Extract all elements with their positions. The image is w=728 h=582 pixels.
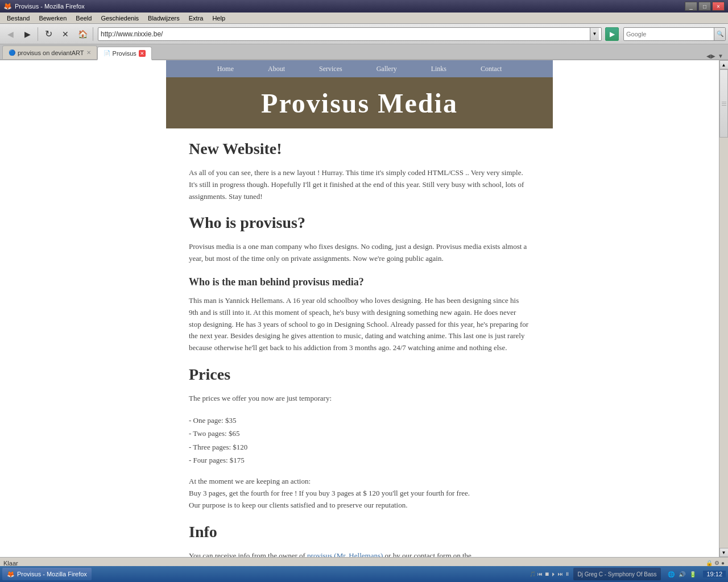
tab-close-icon: ✕ bbox=[86, 49, 91, 56]
who-provisus-body: Provisus media is a one man company who … bbox=[189, 241, 530, 265]
separator-1 bbox=[38, 27, 38, 41]
section-new-website: New Website! As all of you can see, ther… bbox=[189, 140, 530, 202]
scroll-up-button[interactable]: ▲ bbox=[719, 60, 729, 69]
tab-scroll-down[interactable]: ▼ bbox=[718, 53, 723, 59]
tabbar-right: ◀ ▶ ▼ bbox=[152, 53, 726, 59]
back-button[interactable]: ◀ bbox=[2, 26, 18, 42]
search-bar[interactable]: 🔍 bbox=[623, 27, 726, 41]
menubar: Bestand Bewerken Beeld Geschiedenis Blad… bbox=[0, 13, 728, 24]
address-bar[interactable]: ▼ bbox=[98, 27, 602, 41]
grip-line-2 bbox=[722, 103, 726, 104]
webpage: Home About Services Gallery Links Contac… bbox=[0, 60, 719, 557]
statusbar-right: 🔒 ⚙ ● bbox=[706, 560, 725, 566]
menu-bestand[interactable]: Bestand bbox=[2, 14, 34, 23]
vertical-scrollbar[interactable]: ▲ ▼ bbox=[719, 60, 728, 557]
nav-links[interactable]: Links bbox=[431, 65, 446, 73]
toolbar: ◀ ▶ ↻ ✕ 🏠 ▼ ▶ 🔍 bbox=[0, 24, 728, 44]
window-title: Provisus - Mozilla Firefox bbox=[15, 3, 85, 10]
scroll-down-button[interactable]: ▼ bbox=[719, 548, 729, 557]
separator-2 bbox=[93, 27, 93, 41]
nav-gallery[interactable]: Gallery bbox=[377, 65, 397, 73]
reload-button[interactable]: ↻ bbox=[40, 26, 56, 42]
taskbar: 🦊 Provisus - Mozilla Firefox 🎵 ⏮ ⏹ ⏵ ⏭ ⏸… bbox=[0, 566, 728, 568]
new-website-heading: New Website! bbox=[189, 140, 530, 158]
price-item-3: - Three pages: $120 bbox=[189, 440, 530, 454]
go-button[interactable]: ▶ bbox=[605, 27, 619, 41]
minimize-button[interactable]: _ bbox=[685, 2, 697, 11]
tab-icon: 📄 bbox=[104, 50, 110, 56]
man-behind-body: This man is Yannick Hellemans. A 16 year… bbox=[189, 295, 530, 354]
window-controls[interactable]: _ □ × bbox=[685, 2, 725, 11]
menu-help[interactable]: Help bbox=[208, 14, 230, 23]
tab-close-button[interactable]: ✕ bbox=[139, 50, 146, 57]
site-nav: Home About Services Gallery Links Contac… bbox=[166, 60, 553, 77]
prices-intro: The prices we offer you now are just tem… bbox=[189, 393, 530, 405]
stop-button[interactable]: ✕ bbox=[57, 26, 73, 42]
tab-icon: 🔵 bbox=[9, 49, 15, 56]
prices-list: - One page: $35 - Two pages: $65 - Three… bbox=[189, 414, 530, 467]
price-item-2: - Two pages: $65 bbox=[189, 427, 530, 440]
tab-deviantart[interactable]: 🔵 provisus on deviantART ✕ bbox=[2, 45, 97, 59]
firefox-icon: 🦊 bbox=[3, 2, 12, 10]
prices-heading: Prices bbox=[189, 365, 530, 384]
who-provisus-heading: Who is provisus? bbox=[189, 214, 530, 232]
site-header: Provisus Media bbox=[166, 77, 553, 128]
nav-contact[interactable]: Contact bbox=[481, 65, 502, 73]
info-body: You can receive info from the owner of p… bbox=[189, 550, 530, 557]
taskbar-browser-item[interactable]: 🦊 Provisus - Mozilla Firefox bbox=[2, 568, 92, 568]
nav-about[interactable]: About bbox=[268, 65, 285, 73]
scrollbar-thumb[interactable] bbox=[719, 69, 728, 138]
menu-beeld[interactable]: Beeld bbox=[71, 14, 96, 23]
address-input[interactable] bbox=[101, 30, 590, 38]
scrollbar-grip bbox=[722, 98, 726, 109]
forward-button[interactable]: ▶ bbox=[19, 26, 35, 42]
address-dropdown[interactable]: ▼ bbox=[590, 28, 599, 40]
maximize-button[interactable]: □ bbox=[698, 2, 711, 11]
info-heading: Info bbox=[189, 523, 530, 541]
nav-services[interactable]: Services bbox=[319, 65, 342, 73]
status-text: Klaar bbox=[3, 560, 18, 567]
home-button[interactable]: 🏠 bbox=[75, 26, 90, 42]
price-item-1: - One page: $35 bbox=[189, 414, 530, 427]
prices-action: At the moment we are keeping an action:B… bbox=[189, 476, 530, 511]
section-prices: Prices The prices we offer you now are j… bbox=[189, 365, 530, 512]
tabbar: 🔵 provisus on deviantART ✕ 📄 Provisus ✕ … bbox=[0, 44, 728, 60]
scrollbar-track[interactable] bbox=[719, 69, 728, 548]
man-behind-heading: Who is the man behind provisus media? bbox=[189, 276, 530, 288]
section-who-is-provisus: Who is provisus? Provisus media is a one… bbox=[189, 214, 530, 265]
grip-line-1 bbox=[722, 102, 726, 102]
browser-content: Home About Services Gallery Links Contac… bbox=[0, 60, 728, 557]
grip-line-3 bbox=[722, 105, 726, 106]
tab-scroll-left[interactable]: ◀ bbox=[706, 53, 711, 59]
statusbar-icons: 🔒 ⚙ ● bbox=[706, 560, 725, 566]
scroll-container[interactable]: Home About Services Gallery Links Contac… bbox=[0, 60, 719, 557]
provisus-link[interactable]: provisus (Mr. Hellemans) bbox=[307, 551, 383, 557]
search-input[interactable] bbox=[624, 31, 714, 38]
menu-bewerken[interactable]: Bewerken bbox=[34, 14, 71, 23]
music-player[interactable]: Dj Greg C - Symphony Of Bass bbox=[573, 568, 661, 568]
titlebar: 🦊 Provisus - Mozilla Firefox _ □ × bbox=[0, 0, 728, 13]
search-button[interactable]: 🔍 bbox=[714, 28, 725, 40]
tab-label: provisus on deviantART bbox=[18, 49, 84, 56]
site-title: Provisus Media bbox=[261, 88, 458, 119]
nav-home[interactable]: Home bbox=[217, 65, 234, 73]
new-website-body: As all of you can see, there is a new la… bbox=[189, 167, 530, 202]
menu-bladwijzers[interactable]: Bladwijzers bbox=[143, 14, 184, 23]
menu-geschiedenis[interactable]: Geschiedenis bbox=[96, 14, 143, 23]
tab-scroll-right[interactable]: ▶ bbox=[711, 53, 715, 59]
section-info: Info You can receive info from the owner… bbox=[189, 523, 530, 557]
close-button[interactable]: × bbox=[712, 2, 725, 11]
site-content: New Website! As all of you can see, ther… bbox=[166, 128, 553, 557]
tab-label: Provisus bbox=[113, 50, 136, 57]
price-item-4: - Four pages: $175 bbox=[189, 454, 530, 467]
tab-provisus[interactable]: 📄 Provisus ✕ bbox=[97, 47, 152, 60]
menu-extra[interactable]: Extra bbox=[184, 14, 208, 23]
website-wrapper: Home About Services Gallery Links Contac… bbox=[166, 60, 553, 557]
section-man-behind: Who is the man behind provisus media? Th… bbox=[189, 276, 530, 354]
